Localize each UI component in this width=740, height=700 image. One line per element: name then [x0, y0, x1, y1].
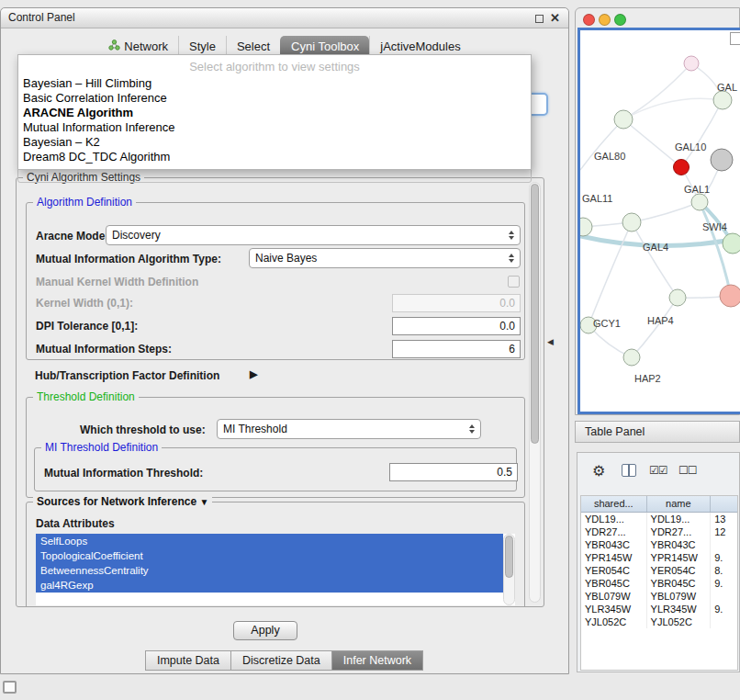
- splitter-collapse-arrow-icon[interactable]: ◀: [547, 337, 554, 346]
- attribute-item-betweennesscentrality[interactable]: BetweennessCentrality: [36, 563, 503, 578]
- hub-section-label[interactable]: Hub/Transcription Factor Definition: [35, 369, 219, 382]
- sources-group-label[interactable]: Sources for Network Inference ▼: [33, 495, 212, 508]
- table-row[interactable]: YBR043CYBR043C: [581, 538, 737, 551]
- attribute-item-gal4rgexp[interactable]: gal4RGexp: [36, 578, 503, 593]
- collapse-arrow-icon: ▼: [199, 497, 208, 507]
- attribute-item-topologicalcoefficient[interactable]: TopologicalCoefficient: [36, 548, 503, 563]
- dpi-tolerance-field[interactable]: [392, 317, 521, 335]
- algorithm-definition-group: Algorithm Definition Aracne Mode: Discov…: [26, 202, 525, 360]
- column-header-name[interactable]: name: [647, 496, 712, 512]
- network-node[interactable]: [713, 91, 732, 109]
- zoom-traffic-light-icon[interactable]: [614, 14, 626, 26]
- scrollbar-thumb[interactable]: [505, 536, 513, 578]
- mi-threshold-group-label: MI Threshold Definition: [41, 441, 162, 454]
- network-node[interactable]: [720, 285, 740, 307]
- desktop: Control Panel ✕ NetworkStyleSelectCyni T…: [0, 0, 740, 700]
- algorithm-option-mutual-information-inference[interactable]: Mutual Information Inference: [18, 120, 531, 135]
- tab-cyni-toolbox[interactable]: Cyni Toolbox: [280, 36, 369, 56]
- tab-infer-network[interactable]: Infer Network: [331, 650, 423, 671]
- close-icon[interactable]: ✕: [550, 11, 560, 25]
- algorithm-option-dream8-dc-tdc-algorithm[interactable]: Dream8 DC_TDC Algorithm: [18, 150, 531, 164]
- table-cell: YJL052C: [647, 615, 712, 628]
- sources-title: Sources for Network Inference: [37, 495, 196, 508]
- expand-arrow-icon[interactable]: ▶: [250, 368, 257, 380]
- attribute-item-selfloops[interactable]: SelfLoops: [36, 534, 503, 548]
- table-cell: [711, 590, 737, 603]
- network-canvas[interactable]: GAL80GALGAL10GAL11GAL1SWI4GAL4GCY1HAP4HA…: [580, 30, 740, 412]
- network-edge: [623, 63, 691, 119]
- algorithm-option-bayesian-k2[interactable]: Bayesian – K2: [18, 135, 531, 150]
- control-panel-titlebar[interactable]: Control Panel: [1, 8, 568, 28]
- network-tab-icon: [108, 40, 120, 53]
- network-node-gal10[interactable]: [674, 160, 690, 175]
- settings-scrollbar[interactable]: [529, 182, 541, 603]
- mi-steps-field[interactable]: [392, 340, 521, 358]
- mi-threshold-group: MI Threshold Definition Mutual Informati…: [34, 447, 517, 491]
- network-node-swi4[interactable]: [723, 233, 740, 254]
- view-corner-button[interactable]: [730, 32, 740, 45]
- column-header-extra[interactable]: [711, 496, 737, 512]
- mi-threshold-label: Mutual Information Threshold:: [44, 467, 203, 480]
- node-label-gal10: GAL10: [675, 141, 706, 152]
- deselect-all-checkboxes-icon[interactable]: ☐☐: [678, 464, 697, 477]
- minimize-traffic-light-icon[interactable]: [599, 14, 611, 26]
- close-traffic-light-icon[interactable]: [583, 14, 595, 26]
- column-selector-icon[interactable]: [622, 464, 636, 477]
- table-row[interactable]: YDR27...YDR27...12: [581, 525, 737, 538]
- updown-arrows-icon: [509, 231, 514, 240]
- network-node-hap4[interactable]: [669, 289, 686, 306]
- apply-button[interactable]: Apply: [233, 621, 297, 640]
- node-label-gal4: GAL4: [643, 242, 668, 253]
- algorithm-options-list: Bayesian – Hill ClimbingBasic Correlatio…: [18, 76, 531, 164]
- mi-steps-label: Mutual Information Steps:: [36, 343, 172, 356]
- network-edge: [632, 222, 678, 298]
- network-node-gal80[interactable]: [614, 110, 633, 129]
- mi-type-combo[interactable]: Naive Bayes: [249, 248, 521, 268]
- table-cell: YBR045C: [581, 577, 647, 590]
- desktop-corner-icon[interactable]: [3, 681, 17, 694]
- table-row[interactable]: YPR145WYPR145W9.: [581, 551, 737, 564]
- algorithm-option-bayesian-hill-climbing[interactable]: Bayesian – Hill Climbing: [18, 76, 531, 91]
- select-all-checkboxes-icon[interactable]: ☑☑: [649, 464, 667, 477]
- threshold-definition-group: Threshold Definition Which threshold to …: [26, 397, 525, 498]
- network-view-window: GAL80GALGAL10GAL11GAL1SWI4GAL4GCY1HAP4HA…: [575, 7, 740, 415]
- algorithm-option-basic-correlation-inference[interactable]: Basic Correlation Inference: [18, 91, 531, 106]
- column-header-shared[interactable]: shared...: [581, 496, 647, 512]
- tab-label: Network: [124, 40, 168, 53]
- network-node[interactable]: [711, 149, 733, 171]
- gear-icon[interactable]: ⚙: [592, 462, 605, 480]
- tab-jactivemodules[interactable]: jActiveModules: [369, 36, 470, 56]
- aracne-mode-combo[interactable]: Discovery: [106, 225, 521, 245]
- table-row[interactable]: YJL052CYJL052C: [581, 615, 737, 628]
- table-row[interactable]: YBL079WYBL079W: [581, 590, 737, 603]
- network-edge: [580, 119, 623, 170]
- network-node-gal4[interactable]: [622, 213, 641, 231]
- attributes-scrollbar[interactable]: [503, 534, 515, 605]
- network-node-gal1[interactable]: [691, 194, 708, 210]
- table-row[interactable]: YER054CYER054C8.: [581, 564, 737, 577]
- control-panel-title: Control Panel: [8, 11, 75, 24]
- tab-discretize-data[interactable]: Discretize Data: [230, 650, 332, 671]
- network-node[interactable]: [684, 56, 699, 71]
- table-row[interactable]: YDL19...YDL19...13: [581, 513, 737, 525]
- tab-impute-data[interactable]: Impute Data: [145, 650, 231, 671]
- table-cell: YPR145W: [581, 551, 647, 564]
- table-panel-titlebar[interactable]: Table Panel: [575, 421, 740, 443]
- float-window-icon[interactable]: [535, 15, 544, 23]
- table-cell: 9.: [711, 551, 737, 564]
- scrollbar-thumb[interactable]: [531, 184, 539, 444]
- table-cell: YDL19...: [581, 513, 647, 525]
- table-row[interactable]: YLR345WYLR345W9.: [581, 603, 737, 615]
- network-node-hap2[interactable]: [623, 349, 640, 366]
- manual-kernel-checkbox: [508, 276, 520, 288]
- tab-style[interactable]: Style: [178, 36, 226, 56]
- algorithm-option-aracne-algorithm[interactable]: ARACNE Algorithm: [18, 106, 531, 120]
- which-threshold-combo[interactable]: MI Threshold: [217, 419, 481, 439]
- control-panel-window: Control Panel ✕ NetworkStyleSelectCyni T…: [0, 7, 569, 674]
- network-node-gal11[interactable]: [580, 218, 592, 236]
- tab-network[interactable]: Network: [98, 36, 178, 56]
- tab-select[interactable]: Select: [226, 36, 280, 56]
- table-cell: [711, 615, 737, 628]
- mi-threshold-field[interactable]: [389, 463, 518, 481]
- table-row[interactable]: YBR045CYBR045C9.: [581, 577, 737, 590]
